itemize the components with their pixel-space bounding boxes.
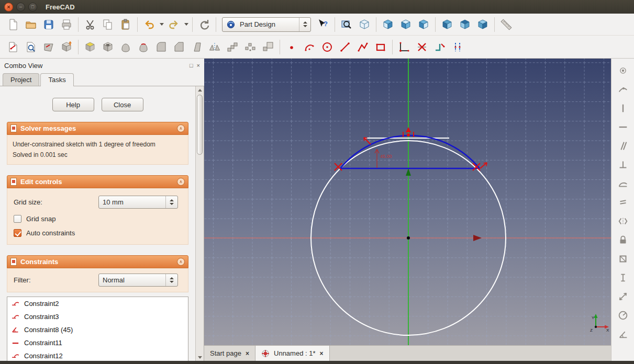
pad-button[interactable] xyxy=(81,38,99,56)
constraint-list-item[interactable]: Constraint2 xyxy=(7,297,188,310)
sketch-polyline-button[interactable] xyxy=(354,38,372,56)
scroll-up-icon[interactable] xyxy=(196,86,204,94)
sketcher-trim-edge-button[interactable] xyxy=(413,38,431,56)
edit-controls-header[interactable]: Edit controls ∧ xyxy=(7,175,188,188)
create-sketch-button[interactable] xyxy=(4,38,22,56)
mirrored-button[interactable] xyxy=(206,38,224,56)
scrollbar-thumb[interactable] xyxy=(197,95,203,155)
tasks-scrollbar[interactable] xyxy=(195,86,204,361)
redo-history-dropdown[interactable] xyxy=(183,16,190,33)
help-button[interactable]: Help xyxy=(52,98,94,111)
sketcher-construction-mode-button[interactable] xyxy=(449,38,466,56)
grid-snap-checkbox[interactable]: Grid snap xyxy=(13,212,183,226)
measure-distance-button[interactable] xyxy=(497,16,515,33)
sketch-canvas[interactable]: 45.00 Y X Z xyxy=(204,59,611,345)
constraint-list[interactable]: Constraint2Constraint3Constraint8 (45)Co… xyxy=(7,297,188,361)
undo-button[interactable] xyxy=(140,16,158,33)
solver-messages-header[interactable]: Solver messages ∧ xyxy=(7,122,188,135)
document-tab-start-page[interactable]: Start page× xyxy=(204,346,255,361)
constrain-tangent-button[interactable] xyxy=(615,176,631,191)
tab-project[interactable]: Project xyxy=(3,73,39,86)
linear-pattern-button[interactable] xyxy=(224,38,241,56)
tab-close-icon[interactable]: × xyxy=(320,350,324,357)
collapse-section-button[interactable]: ∧ xyxy=(177,258,185,266)
tab-close-icon[interactable]: × xyxy=(246,350,249,357)
groove-button[interactable] xyxy=(135,38,152,56)
constrain-vertical-button[interactable] xyxy=(615,100,631,116)
workbench-selector[interactable]: Part Design xyxy=(222,17,311,32)
sketch-rectangle-button[interactable] xyxy=(372,38,390,56)
undo-history-dropdown[interactable] xyxy=(158,16,165,33)
spinner-arrows-icon[interactable] xyxy=(165,274,174,286)
paste-button[interactable] xyxy=(117,16,135,33)
sketcher-coordinate-axes-button[interactable] xyxy=(395,38,413,56)
scroll-down-icon[interactable] xyxy=(196,354,204,361)
constrain-radius-button[interactable] xyxy=(615,308,631,323)
sketcher-external-geometry-button[interactable] xyxy=(431,38,449,56)
constrain-block-button[interactable] xyxy=(615,251,631,267)
save-document-button[interactable] xyxy=(40,16,58,33)
constraint-filter-combo[interactable]: Normal xyxy=(98,274,178,287)
constrain-symmetric-button[interactable] xyxy=(615,213,631,229)
constrain-equal-button[interactable] xyxy=(615,195,631,210)
draft-button[interactable] xyxy=(188,38,206,56)
dimension-label[interactable]: 45.00 xyxy=(380,154,392,159)
constrain-distance-y-button[interactable] xyxy=(615,270,631,286)
constrain-distance-button[interactable] xyxy=(615,289,631,304)
window-maximize-button[interactable]: □ xyxy=(28,3,37,12)
cut-button[interactable] xyxy=(81,16,99,33)
panel-close-icon[interactable]: × xyxy=(197,62,200,69)
constraint-list-item[interactable]: Constraint12 xyxy=(7,349,188,361)
spinner-arrows-icon[interactable] xyxy=(299,18,307,31)
close-button[interactable]: Close xyxy=(102,98,143,111)
print-button[interactable] xyxy=(58,16,75,33)
constraint-list-item[interactable]: Constraint3 xyxy=(7,310,188,323)
view-rear-button[interactable] xyxy=(438,16,456,33)
view-right-button[interactable] xyxy=(415,16,432,33)
grid-size-combo[interactable]: 10 mm xyxy=(98,196,178,209)
edit-sketch-button[interactable] xyxy=(22,38,40,56)
pocket-button[interactable] xyxy=(99,38,117,56)
constrain-angle-button[interactable] xyxy=(615,326,631,342)
constrain-parallel-button[interactable] xyxy=(615,138,631,154)
origin-point[interactable] xyxy=(407,236,410,240)
polar-pattern-button[interactable] xyxy=(241,38,259,56)
copy-button[interactable] xyxy=(99,16,117,33)
collapse-section-button[interactable]: ∧ xyxy=(177,178,185,186)
constraints-header[interactable]: Constraints ∧ xyxy=(7,255,188,268)
constrain-lock-button[interactable] xyxy=(615,232,631,248)
view-bottom-button[interactable] xyxy=(456,16,474,33)
tab-tasks[interactable]: Tasks xyxy=(40,73,73,86)
fillet-button[interactable] xyxy=(152,38,170,56)
constraint-list-item[interactable]: Constraint8 (45) xyxy=(7,323,188,336)
whats-this-button[interactable]: ? xyxy=(314,16,332,33)
collapse-section-button[interactable]: ∧ xyxy=(177,124,185,132)
auto-constraints-checkbox[interactable]: Auto constraints xyxy=(13,226,183,240)
constraint-list-item[interactable]: Constraint11 xyxy=(7,336,188,349)
redo-button[interactable] xyxy=(165,16,183,33)
view-axonometric-button[interactable] xyxy=(355,16,373,33)
window-minimize-button[interactable]: – xyxy=(16,3,25,12)
open-document-button[interactable] xyxy=(22,16,40,33)
sketch-point-button[interactable] xyxy=(283,38,301,56)
view-front-button[interactable] xyxy=(379,16,397,33)
sketch-arc-button[interactable] xyxy=(301,38,318,56)
arc-apex-point[interactable] xyxy=(407,133,410,136)
revolution-button[interactable] xyxy=(117,38,135,56)
sketch-circle-button[interactable] xyxy=(318,38,336,56)
sketch-line-button[interactable] xyxy=(336,38,354,56)
3d-viewport[interactable]: 45.00 Y X Z xyxy=(204,59,611,345)
constrain-perpendicular-button[interactable] xyxy=(615,157,631,173)
view-left-button[interactable] xyxy=(474,16,492,33)
constrain-point-on-object-button[interactable] xyxy=(615,82,631,97)
spinner-arrows-icon[interactable] xyxy=(165,196,174,208)
refresh-button[interactable] xyxy=(195,16,213,33)
view-top-button[interactable] xyxy=(397,16,415,33)
panel-float-icon[interactable]: □ xyxy=(190,62,193,69)
scaled-button[interactable] xyxy=(259,38,277,56)
constrain-horizontal-button[interactable] xyxy=(615,119,631,135)
map-sketch-to-face-button[interactable] xyxy=(40,38,58,56)
chamfer-button[interactable] xyxy=(170,38,188,56)
reorient-sketch-button[interactable] xyxy=(58,38,75,56)
new-document-button[interactable] xyxy=(4,16,22,33)
